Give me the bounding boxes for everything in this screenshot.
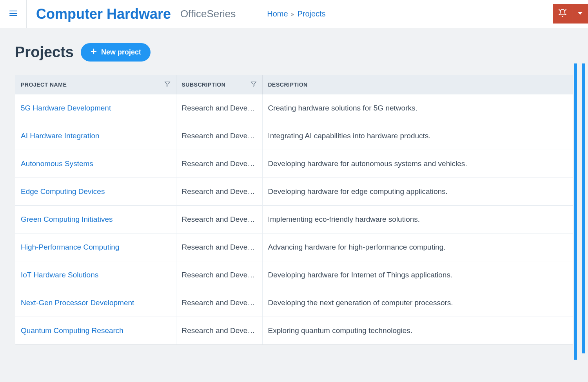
table-row: Edge Computing Devices Research and Deve…: [15, 178, 573, 206]
project-link[interactable]: 5G Hardware Development: [21, 104, 111, 112]
header-actions: [553, 4, 588, 24]
breadcrumb: Home » Projects: [267, 9, 325, 18]
table-row: 5G Hardware Development Research and Dev…: [15, 94, 573, 122]
cell-description: Integrating AI capabilities into hardwar…: [262, 122, 573, 150]
cell-subscription: Research and Develop…: [176, 234, 262, 261]
breadcrumb-home[interactable]: Home: [267, 9, 288, 18]
new-project-label: New project: [101, 48, 141, 56]
brand-subtitle: OfficeSeries: [180, 8, 236, 20]
cell-description: Advancing hardware for high-performance …: [262, 234, 573, 261]
cell-description: Developing hardware for autonomous syste…: [262, 150, 573, 178]
project-link[interactable]: Quantum Computing Research: [21, 326, 123, 335]
project-link[interactable]: High-Performance Computing: [21, 243, 119, 251]
cell-description: Developing hardware for Internet of Thin…: [262, 261, 573, 289]
column-header-description-label: Description: [268, 81, 308, 88]
page-title: Projects: [15, 44, 74, 61]
hamburger-icon: [9, 9, 18, 20]
cell-subscription: Research and Develop…: [176, 261, 262, 289]
plus-icon: [90, 48, 97, 57]
filter-icon[interactable]: [250, 81, 257, 89]
column-header-description[interactable]: Description: [262, 75, 573, 94]
page-header: Projects New project: [15, 43, 573, 62]
project-link[interactable]: Edge Computing Devices: [21, 187, 105, 196]
table-row: IoT Hardware Solutions Research and Deve…: [15, 261, 573, 289]
brand-title[interactable]: Computer Hardware: [36, 6, 171, 22]
cell-description: Creating hardware solutions for 5G netwo…: [262, 94, 573, 122]
project-link[interactable]: Green Computing Initiatives: [21, 215, 113, 223]
menu-toggle-button[interactable]: [0, 0, 27, 28]
cell-subscription: Research and Develop…: [176, 317, 262, 345]
svg-marker-3: [578, 12, 583, 14]
project-link[interactable]: Next-Gen Processor Development: [21, 299, 134, 307]
notifications-button[interactable]: [553, 4, 572, 24]
table-row: Green Computing Initiatives Research and…: [15, 206, 573, 234]
cell-subscription: Research and Develop…: [176, 206, 262, 234]
project-link[interactable]: Autonomous Systems: [21, 159, 93, 168]
bell-icon: [558, 9, 567, 19]
projects-table: Project Name Subscription Description: [15, 75, 573, 345]
cell-subscription: Research and Develop…: [176, 122, 262, 150]
cell-subscription: Research and Develop…: [176, 178, 262, 206]
scrollbar-vertical[interactable]: [582, 63, 585, 353]
header-dropdown-button[interactable]: [572, 4, 588, 24]
project-link[interactable]: IoT Hardware Solutions: [21, 271, 98, 279]
filter-icon[interactable]: [164, 81, 171, 89]
table-row: High-Performance Computing Research and …: [15, 234, 573, 261]
table-row: Next-Gen Processor Development Research …: [15, 289, 573, 317]
project-link[interactable]: AI Hardware Integration: [21, 132, 100, 140]
scrollbar-vertical[interactable]: [574, 63, 577, 360]
column-header-name[interactable]: Project Name: [15, 75, 176, 94]
svg-marker-6: [165, 82, 170, 86]
table-row: AI Hardware Integration Research and Dev…: [15, 122, 573, 150]
chevron-right-icon: »: [291, 11, 294, 17]
cell-description: Developing the next generation of comput…: [262, 289, 573, 317]
column-header-subscription-label: Subscription: [182, 81, 226, 88]
breadcrumb-current[interactable]: Projects: [297, 9, 325, 18]
cell-description: Implementing eco-friendly hardware solut…: [262, 206, 573, 234]
column-header-subscription[interactable]: Subscription: [176, 75, 262, 94]
cell-subscription: Research and Develop…: [176, 150, 262, 178]
column-header-name-label: Project Name: [21, 81, 67, 88]
cell-subscription: Research and Develop…: [176, 289, 262, 317]
cell-description: Exploring quantum computing technologies…: [262, 317, 573, 345]
content-area: Projects New project Project Name S: [0, 28, 588, 360]
new-project-button[interactable]: New project: [81, 43, 151, 62]
caret-down-icon: [578, 10, 583, 17]
table-row: Autonomous Systems Research and Develop……: [15, 150, 573, 178]
cell-description: Developing hardware for edge computing a…: [262, 178, 573, 206]
table-row: Quantum Computing Research Research and …: [15, 317, 573, 345]
top-header: Computer Hardware OfficeSeries Home » Pr…: [0, 0, 588, 28]
cell-subscription: Research and Develop…: [176, 94, 262, 122]
svg-marker-7: [251, 82, 256, 86]
